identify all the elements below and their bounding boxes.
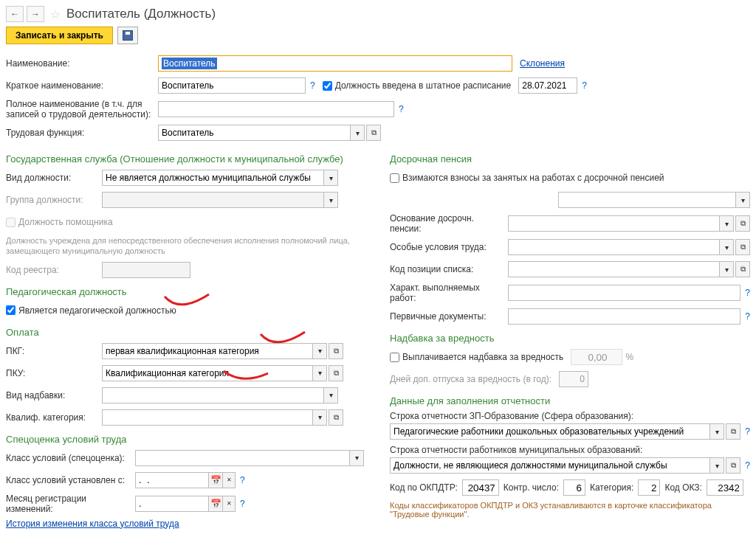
dropdown-button[interactable]: ▾ bbox=[709, 423, 724, 440]
open-button[interactable]: ⧉ bbox=[329, 343, 343, 359]
help-icon[interactable]: ? bbox=[240, 475, 245, 485]
save-button[interactable] bbox=[117, 27, 138, 44]
position-type-combo[interactable]: ▾ bbox=[102, 170, 338, 186]
dropdown-button[interactable]: ▾ bbox=[719, 215, 734, 232]
disk-icon bbox=[123, 30, 133, 41]
dropdown-button[interactable]: ▾ bbox=[312, 409, 327, 426]
is-pedagogical-checkbox[interactable] bbox=[6, 305, 16, 315]
control-label: Контр. число: bbox=[504, 482, 559, 493]
open-button[interactable]: ⧉ bbox=[329, 365, 343, 381]
control-input[interactable] bbox=[563, 479, 585, 496]
dropdown-button[interactable]: ▾ bbox=[719, 239, 734, 255]
pension-basis-combo[interactable]: ▾ bbox=[508, 215, 734, 232]
pension-extra-combo[interactable]: ▾ bbox=[558, 192, 750, 208]
calendar-button[interactable]: 📅 bbox=[208, 472, 223, 488]
dropdown-button[interactable]: ▾ bbox=[735, 192, 750, 208]
category-input[interactable] bbox=[638, 479, 660, 496]
full-name-input[interactable] bbox=[158, 101, 394, 117]
dropdown-button[interactable]: ▾ bbox=[312, 365, 327, 381]
name-input[interactable]: Воспитатель bbox=[158, 55, 512, 72]
clear-button[interactable]: ✕ bbox=[222, 496, 236, 512]
help-icon[interactable]: ? bbox=[399, 104, 404, 114]
reg-month-input[interactable] bbox=[135, 496, 209, 512]
bonus-type-combo[interactable]: ▾ bbox=[102, 387, 338, 403]
hazard-days-input bbox=[559, 371, 588, 387]
report-line2-label: Строка отчетности работников муниципальн… bbox=[390, 445, 750, 455]
nav-back-button[interactable]: ← bbox=[6, 6, 24, 22]
pension-fees-checkbox[interactable] bbox=[390, 173, 399, 183]
help-icon[interactable]: ? bbox=[745, 288, 750, 298]
position-group-combo: ▾ bbox=[102, 192, 338, 208]
class-combo[interactable]: ▾ bbox=[135, 450, 364, 466]
dropdown-button[interactable]: ▾ bbox=[349, 450, 364, 466]
open-button[interactable]: ⧉ bbox=[735, 215, 750, 232]
reg-month-label: Месяц регистрации изменений: bbox=[6, 493, 135, 514]
percent-label: % bbox=[625, 352, 633, 362]
report-line1-label: Строка отчетности ЗП-Образование (Сфера … bbox=[390, 411, 750, 421]
pkg-combo[interactable]: ▾ bbox=[102, 343, 327, 359]
pension-fees-label: Взимаются взносы за занятых на работах с… bbox=[402, 173, 664, 183]
position-type-label: Вид должности: bbox=[6, 173, 102, 183]
open-button[interactable]: ⧉ bbox=[366, 125, 381, 141]
registry-code-label: Код реестра: bbox=[6, 265, 102, 275]
calendar-button[interactable]: 📅 bbox=[208, 496, 223, 512]
pension-basis-label: Основание досрочн. пенсии: bbox=[390, 213, 508, 234]
pku-label: ПКУ: bbox=[6, 368, 102, 378]
nav-forward-button[interactable]: → bbox=[27, 6, 44, 22]
window-title: Воспитатель (Должность) bbox=[66, 7, 216, 21]
help-icon[interactable]: ? bbox=[745, 426, 750, 437]
help-icon[interactable]: ? bbox=[745, 460, 750, 471]
clear-button[interactable]: ✕ bbox=[222, 472, 236, 488]
open-button[interactable]: ⧉ bbox=[726, 423, 740, 440]
full-name-label: Полное наименование (в т.ч. для записей … bbox=[6, 99, 158, 119]
work-char-input[interactable] bbox=[508, 285, 740, 301]
open-button[interactable]: ⧉ bbox=[726, 457, 740, 474]
open-button[interactable]: ⧉ bbox=[735, 239, 750, 255]
assistant-checkbox bbox=[6, 218, 16, 227]
report-line2-combo[interactable]: ▾ bbox=[390, 457, 724, 474]
help-icon[interactable]: ? bbox=[310, 80, 315, 91]
hazard-value-input bbox=[571, 349, 622, 365]
qual-cat-combo[interactable]: ▾ bbox=[102, 409, 327, 426]
in-schedule-checkbox[interactable] bbox=[323, 81, 332, 91]
short-name-label: Краткое наименование: bbox=[6, 80, 158, 91]
dropdown-button[interactable]: ▾ bbox=[719, 261, 734, 277]
registry-code-input bbox=[102, 262, 190, 278]
save-and-close-button[interactable]: Записать и закрыть bbox=[6, 27, 113, 44]
schedule-date-input[interactable] bbox=[518, 77, 577, 94]
dropdown-button[interactable]: ▾ bbox=[323, 170, 338, 186]
help-icon[interactable]: ? bbox=[745, 311, 750, 322]
labor-func-label: Трудовая функция: bbox=[6, 128, 158, 138]
dropdown-button: ▾ bbox=[323, 192, 338, 208]
class-date-input[interactable] bbox=[135, 472, 209, 488]
help-icon[interactable]: ? bbox=[240, 499, 245, 509]
is-pedagogical-label: Является педагогической должностью bbox=[18, 305, 176, 316]
hazard-section-title: Надбавка за вредность bbox=[390, 333, 750, 344]
okpdtr-input[interactable] bbox=[462, 479, 499, 496]
hazard-paid-checkbox[interactable] bbox=[390, 353, 399, 362]
dropdown-button[interactable]: ▾ bbox=[709, 457, 724, 474]
class-history-link[interactable]: История изменения класса условий труда bbox=[6, 519, 179, 529]
favorite-icon[interactable]: ☆ bbox=[50, 7, 61, 21]
okz-input[interactable] bbox=[707, 479, 743, 496]
short-name-input[interactable] bbox=[158, 77, 306, 94]
dropdown-button[interactable]: ▾ bbox=[323, 387, 338, 403]
list-code-combo[interactable]: ▾ bbox=[508, 261, 734, 277]
name-label: Наименование: bbox=[6, 58, 158, 69]
labor-func-combo[interactable]: ▾ bbox=[158, 125, 365, 141]
category-label: Категория: bbox=[590, 482, 633, 493]
pension-conditions-combo[interactable]: ▾ bbox=[508, 239, 734, 255]
list-code-label: Код позиции списка: bbox=[390, 264, 508, 274]
declension-link[interactable]: Склонения bbox=[520, 58, 565, 69]
dropdown-button[interactable]: ▾ bbox=[312, 343, 327, 359]
report-line1-combo[interactable]: ▾ bbox=[390, 423, 724, 440]
help-icon[interactable]: ? bbox=[582, 80, 587, 91]
pku-combo[interactable]: ▾ bbox=[102, 365, 327, 381]
report-section-title: Данные для заполнения отчетности bbox=[390, 395, 750, 406]
hazard-paid-label: Выплачивается надбавка за вредность bbox=[402, 352, 563, 362]
dropdown-button[interactable]: ▾ bbox=[350, 125, 365, 141]
position-group-label: Группа должности: bbox=[6, 195, 102, 205]
open-button[interactable]: ⧉ bbox=[735, 261, 750, 277]
open-button[interactable]: ⧉ bbox=[329, 409, 343, 426]
primary-docs-input[interactable] bbox=[508, 308, 740, 325]
